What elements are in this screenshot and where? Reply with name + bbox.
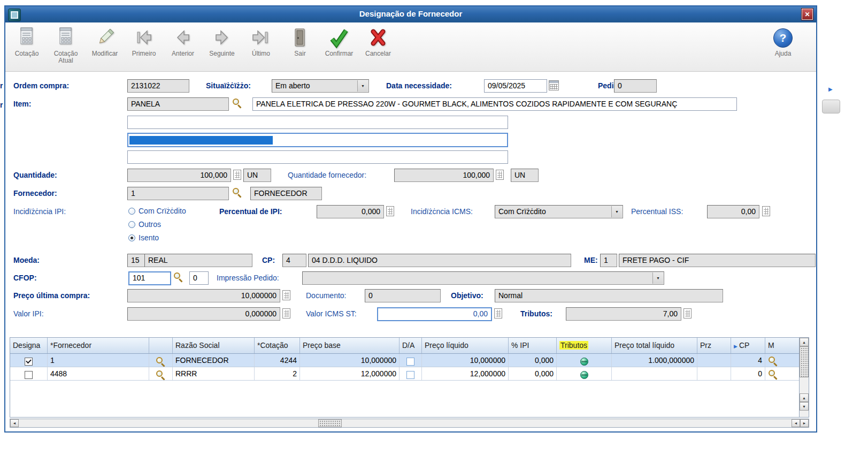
- cell-fornecedor[interactable]: 1: [48, 354, 149, 367]
- grid-vertical-scrollbar[interactable]: ▲ ▲ ▼: [799, 338, 809, 417]
- descricao-linha-3[interactable]: [127, 150, 508, 164]
- quantidade-un-input[interactable]: UN: [243, 169, 271, 182]
- item-search-icon[interactable]: [232, 98, 242, 108]
- item-input[interactable]: PANELA: [127, 97, 229, 111]
- vertical-scrollbar-track[interactable]: [800, 411, 809, 417]
- col-header-razao-social[interactable]: Razão Social: [173, 338, 255, 353]
- dropdown-arrow-icon[interactable]: ▼: [652, 272, 663, 284]
- grid-row[interactable]: 4488 RRRR 2 12,000000 12,000000 0,000 0: [10, 367, 799, 381]
- da-checkbox[interactable]: [406, 358, 414, 366]
- cell-preco-liquido[interactable]: 10,000000: [422, 354, 509, 367]
- designa-checkbox[interactable]: [25, 371, 33, 379]
- impressao-pedido-dropdown[interactable]: ▼: [302, 271, 664, 285]
- ordem-compra-input[interactable]: 2131022: [127, 79, 189, 93]
- col-header-preco-base[interactable]: Preço base: [300, 338, 400, 353]
- col-header-cp[interactable]: ▶CP: [731, 338, 765, 353]
- calculator-icon[interactable]: [282, 308, 290, 318]
- tributos-input[interactable]: 7,00: [566, 307, 681, 321]
- da-checkbox[interactable]: [406, 371, 414, 379]
- col-header-designa[interactable]: Designa: [10, 338, 48, 353]
- quantidade-fornecedor-input[interactable]: 100,000: [394, 169, 494, 182]
- calculator-icon[interactable]: [494, 308, 502, 318]
- fornecedor-search-icon[interactable]: [232, 187, 242, 198]
- cell-cp[interactable]: 0: [731, 367, 765, 380]
- item-descricao-input[interactable]: PANELA ELETRICA DE PRESSAO 220W - GOURME…: [252, 97, 737, 111]
- grid-row[interactable]: 1 FORNECEDOR 4244 10,000000 10,000000 0,…: [10, 354, 799, 367]
- me-codigo-input[interactable]: 1: [600, 254, 617, 267]
- cell-preco-base[interactable]: 12,000000: [300, 367, 400, 380]
- cell-cp[interactable]: 4: [731, 354, 765, 367]
- cotacao-atual-button[interactable]: Cotação Atual: [49, 25, 83, 64]
- radio-isento[interactable]: Isento: [128, 233, 159, 242]
- col-header-perc-ipi[interactable]: % IPI: [509, 338, 557, 353]
- col-header-tributos[interactable]: Tributos: [557, 338, 612, 353]
- percentual-iss-input[interactable]: 0,00: [707, 205, 759, 218]
- row-search-icon[interactable]: [156, 370, 166, 380]
- cp-codigo-input[interactable]: 4: [282, 254, 306, 267]
- calculator-icon[interactable]: [233, 170, 241, 180]
- row-search-icon[interactable]: [156, 357, 166, 367]
- cfop-input[interactable]: 101: [128, 271, 171, 285]
- row-search-icon[interactable]: [768, 356, 778, 366]
- col-header-m[interactable]: M: [765, 338, 799, 353]
- pedido-input[interactable]: 0: [614, 79, 657, 93]
- descricao-linha-2[interactable]: [127, 133, 508, 147]
- calculator-icon[interactable]: [762, 206, 770, 216]
- radio-outros[interactable]: Outros: [128, 220, 161, 229]
- calendar-icon[interactable]: [549, 80, 559, 90]
- calculator-icon[interactable]: [496, 170, 504, 180]
- title-bar[interactable]: Designação de Fornecedor ✕: [5, 6, 816, 22]
- cell-razao-social[interactable]: FORNECEDOR: [173, 354, 255, 367]
- col-header-cotacao[interactable]: *Cotação: [255, 338, 300, 353]
- cell-preco-total-liquido[interactable]: [612, 367, 697, 380]
- scroll-down-button[interactable]: ▼: [800, 402, 809, 411]
- calculator-icon[interactable]: [282, 290, 290, 300]
- confirmar-button[interactable]: Confirmar: [322, 25, 356, 57]
- moeda-nome-input[interactable]: REAL: [144, 254, 252, 267]
- primeiro-button[interactable]: Primeiro: [127, 25, 161, 57]
- cfop-search-icon[interactable]: [173, 272, 183, 282]
- calculator-icon[interactable]: [386, 206, 394, 216]
- dropdown-arrow-icon[interactable]: ▼: [357, 80, 368, 92]
- scroll-left-button[interactable]: ◄: [792, 419, 800, 427]
- designa-checkbox-checked[interactable]: [25, 358, 33, 366]
- cp-descricao-input[interactable]: 04 D.D.D. LIQUIDO: [308, 254, 571, 267]
- col-header-da[interactable]: D/A: [400, 338, 422, 353]
- situacao-dropdown[interactable]: Em aberto ▼: [272, 79, 369, 93]
- vertical-scrollbar-thumb[interactable]: [800, 346, 809, 377]
- cancelar-button[interactable]: Cancelar: [361, 25, 395, 57]
- quantidade-input[interactable]: 100,000: [127, 169, 231, 182]
- moeda-codigo-input[interactable]: 15: [127, 254, 145, 267]
- ultimo-button[interactable]: Último: [244, 25, 278, 57]
- cell-cotacao[interactable]: 2: [255, 367, 300, 380]
- grid-horizontal-scrollbar[interactable]: ◄ ◄ ►: [10, 419, 809, 428]
- fornecedor-nome-input[interactable]: FORNECEDOR: [250, 187, 322, 200]
- cell-prz[interactable]: [697, 354, 731, 367]
- seguinte-button[interactable]: Seguinte: [205, 25, 239, 57]
- cell-cotacao[interactable]: 4244: [255, 354, 300, 367]
- row-search-icon[interactable]: [768, 369, 778, 380]
- sair-button[interactable]: Sair: [283, 25, 317, 57]
- modificar-button[interactable]: Modificar: [88, 25, 122, 57]
- horizontal-scrollbar-thumb[interactable]: [318, 419, 342, 427]
- close-button[interactable]: ✕: [802, 9, 813, 20]
- data-necessidade-input[interactable]: 09/05/2025: [484, 79, 547, 93]
- cfop-extra-input[interactable]: 0: [189, 271, 209, 285]
- cotacao-button[interactable]: Cotação: [10, 25, 44, 57]
- col-header-preco-liquido[interactable]: Preço líquido: [422, 338, 509, 353]
- quantidade-fornecedor-un-input[interactable]: UN: [511, 169, 539, 182]
- incidencia-icms-dropdown[interactable]: Com Crïżċdito ▼: [495, 205, 623, 218]
- percentual-ipi-input[interactable]: 0,000: [317, 205, 384, 218]
- cell-preco-base[interactable]: 10,000000: [300, 354, 400, 367]
- cell-fornecedor[interactable]: 4488: [48, 367, 149, 380]
- dropdown-arrow-icon[interactable]: ▼: [611, 206, 622, 217]
- vertical-scrollbar-track[interactable]: [800, 377, 809, 393]
- scroll-left-button[interactable]: ◄: [10, 419, 19, 427]
- cell-preco-liquido[interactable]: 12,000000: [422, 367, 509, 380]
- radio-com-credito[interactable]: Com Crïżċdito: [128, 207, 186, 215]
- horizontal-scrollbar-track[interactable]: [19, 419, 792, 427]
- cell-razao-social[interactable]: RRRR: [173, 367, 255, 380]
- preco-ultima-compra-input[interactable]: 10,000000: [127, 289, 280, 302]
- descricao-linha-1[interactable]: [127, 116, 508, 129]
- objetivo-input[interactable]: Normal: [495, 289, 723, 302]
